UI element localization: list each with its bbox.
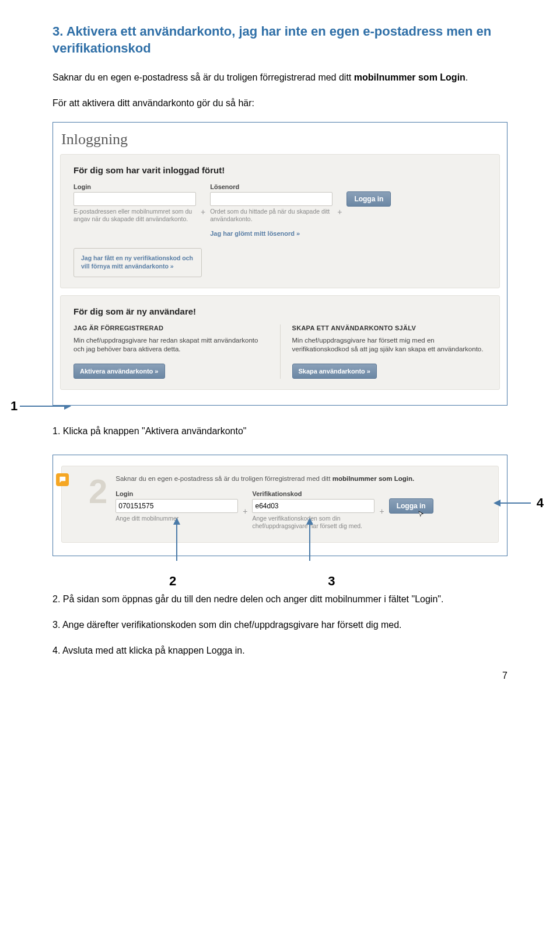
intro-line-2: För att aktivera ditt användarkonto gör … xyxy=(52,96,508,110)
callout-3: 3 xyxy=(328,574,335,589)
arrow-1 xyxy=(20,406,70,407)
callout-4: 4 xyxy=(537,495,544,511)
step-1-text: 1. Klicka på knappen "Aktivera användark… xyxy=(52,424,508,438)
login-page-title: Inloggning xyxy=(58,128,502,154)
page-number: 7 xyxy=(502,671,508,681)
step-2-text: 2. På sidan som öppnas går du till den n… xyxy=(52,592,508,606)
verification-code-hint: Ange verifikationskoden som din chef/upp… xyxy=(252,515,374,530)
new-user-box: För dig som är ny användare! JAG ÄR FÖRR… xyxy=(60,295,500,390)
existing-user-heading: För dig som har varit inloggad förut! xyxy=(74,165,487,175)
mobile-login-label: Login xyxy=(116,490,238,497)
preregistered-desc: Min chef/uppdragsgivare har redan skapat… xyxy=(74,336,268,354)
create-self-desc: Min chef/uppdragsgivare har försett mig … xyxy=(292,336,487,354)
login-input[interactable] xyxy=(74,192,196,206)
step-2-large-number: 2 xyxy=(89,474,107,508)
activate-account-button[interactable]: Aktivera användarkonto » xyxy=(74,364,165,379)
step-4-text: 4. Avsluta med att klicka på knappen Log… xyxy=(52,644,508,658)
arrow-4 xyxy=(495,502,531,504)
existing-user-box: För dig som har varit inloggad förut! Lo… xyxy=(60,154,500,288)
verification-code-input[interactable] xyxy=(252,499,374,513)
create-account-button[interactable]: Skapa användarkonto » xyxy=(292,364,377,379)
verification-code-label: Verifikationskod xyxy=(252,490,374,497)
arrow-3 xyxy=(309,519,310,561)
password-label: Lösenord xyxy=(210,183,332,190)
intro-text-1: Saknar du en egen e-postadress så är du … xyxy=(52,72,354,82)
plus-icon: + xyxy=(337,205,342,217)
intro-tail: . xyxy=(466,72,468,82)
callout-2: 2 xyxy=(169,574,176,589)
password-hint: Ordet som du hittade på när du skapade d… xyxy=(210,208,332,223)
login-hint: E-postadressen eller mobilnummret som du… xyxy=(74,208,196,223)
intro-paragraph: Saknar du en egen e-postadress så är du … xyxy=(52,71,508,85)
page-heading: 3. Aktivera ett användarkonto, jag har i… xyxy=(52,23,508,57)
cursor-icon xyxy=(417,509,425,519)
activation-login-button[interactable]: Logga in xyxy=(389,498,433,514)
plus-icon: + xyxy=(379,504,384,516)
forgot-password-link[interactable]: Jag har glömt mitt lösenord » xyxy=(210,230,300,237)
form-intro-text: Saknar du en egen e-postadress så är du … xyxy=(116,475,332,482)
form-intro: Saknar du en egen e-postadress så är du … xyxy=(116,474,488,484)
plus-icon: + xyxy=(201,205,205,217)
preregistered-subhead: JAG ÄR FÖRREGISTRERAD xyxy=(74,324,268,331)
mobile-login-input[interactable] xyxy=(116,499,238,513)
login-label: Login xyxy=(74,183,196,190)
password-input[interactable] xyxy=(210,192,332,206)
intro-bold: mobilnummer som Login xyxy=(354,72,466,82)
step-3-text: 3. Ange därefter verifikationskoden som … xyxy=(52,618,508,632)
callout-1: 1 xyxy=(10,399,18,414)
form-intro-bold: mobilnummer som Login. xyxy=(332,475,415,482)
renew-verification-link[interactable]: Jag har fått en ny verifikationskod och … xyxy=(74,248,202,277)
create-self-subhead: SKAPA ETT ANVÄNDARKONTO SJÄLV xyxy=(292,324,487,331)
screenshot-login-page: Inloggning För dig som har varit inlogga… xyxy=(52,122,508,406)
speech-bubble-icon xyxy=(56,473,69,486)
screenshot-activation-form: 2 Saknar du en egen e-postadress så är d… xyxy=(52,455,508,556)
plus-icon: + xyxy=(243,504,247,516)
new-user-heading: För dig som är ny användare! xyxy=(74,306,487,316)
arrow-2 xyxy=(176,519,177,561)
login-button[interactable]: Logga in xyxy=(346,191,391,207)
